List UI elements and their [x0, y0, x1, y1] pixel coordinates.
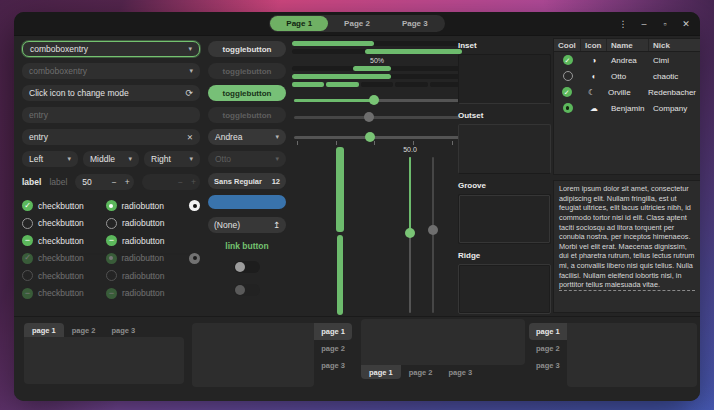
radio-mixed[interactable]: − — [106, 235, 117, 246]
frame-label: Inset — [458, 41, 551, 50]
tab-page-3[interactable]: page 3 — [314, 357, 352, 374]
radio-unselected-disabled — [106, 270, 117, 281]
column-header-cool[interactable]: Cool — [554, 39, 581, 51]
notebook-tabs-bottom: page 1 page 2 page 3 — [361, 319, 525, 379]
table-row[interactable]: ✓ ☾ Orville Redenbacher — [554, 84, 700, 100]
levelbar-segment — [292, 82, 324, 87]
tab-page-3[interactable]: Page 3 — [386, 16, 444, 31]
weather-icon: ◐ — [581, 72, 607, 81]
scale-handle — [364, 112, 374, 122]
switch-off[interactable] — [234, 261, 260, 273]
togglebutton[interactable]: togglebutton — [208, 41, 286, 57]
checkbutton-label: checkbutton — [38, 218, 84, 228]
tab-bar: page 1 page 2 page 3 — [314, 323, 352, 387]
checkbox-checked[interactable]: ✓ — [563, 55, 573, 65]
check-radio-row: checkbutton radiobutton — [22, 217, 200, 230]
scale-handle[interactable] — [369, 95, 379, 105]
radio-selected-disabled — [106, 253, 117, 264]
color-button[interactable] — [208, 195, 286, 209]
mode-entry[interactable]: Click icon to change mode ⟳ — [22, 85, 200, 101]
tab-page-3[interactable]: page 3 — [441, 365, 481, 379]
entry-clearable-field[interactable]: entry ✕ — [22, 129, 200, 145]
spin-plus-button[interactable]: + — [121, 177, 134, 187]
entries-column: comboboxentry ▾ comboboxentry ▾ Click ic… — [22, 41, 200, 304]
radio-unselected[interactable] — [563, 71, 573, 81]
spinbutton[interactable]: 50 − + — [75, 174, 133, 190]
check-radio-row-disabled: ✓checkbutton radiobutton — [22, 252, 200, 265]
checkbutton-label: checkbutton — [38, 201, 84, 211]
textview[interactable]: Lorem ipsum dolor sit amet, consectetur … — [553, 180, 700, 313]
close-icon[interactable]: ✕ — [681, 19, 691, 29]
radio-selected[interactable] — [563, 103, 573, 113]
minimize-icon[interactable]: – — [639, 19, 649, 29]
refresh-icon[interactable]: ⟳ — [185, 88, 193, 98]
comboboxentry-value: comboboxentry — [30, 44, 88, 54]
column-header-icon[interactable]: Icon — [581, 39, 607, 51]
font-button[interactable]: Sans Regular 12 — [208, 173, 286, 189]
progressbar-vertical — [336, 147, 344, 232]
cell-nick: Cimi — [649, 56, 700, 65]
maximize-icon[interactable]: ▫ — [660, 19, 670, 29]
tab-page-1[interactable]: page 1 — [314, 323, 352, 340]
name-combobox[interactable]: Andrea ▾ — [208, 129, 286, 145]
scale-horizontal[interactable] — [292, 94, 462, 106]
frame-border — [458, 194, 551, 244]
scale-handle[interactable] — [365, 132, 375, 142]
checkbox-checked[interactable]: ✓ — [562, 87, 572, 97]
tab-page-1[interactable]: page 1 — [361, 365, 401, 379]
check-radio-row-disabled: −checkbutton −radiobutton — [22, 287, 200, 300]
combo-right[interactable]: Right ▾ — [144, 151, 200, 167]
scale-with-marks[interactable] — [292, 131, 462, 143]
name-combobox-value: Andrea — [215, 132, 242, 142]
frame-groove: Groove — [458, 181, 551, 244]
tab-page-2[interactable]: page 2 — [314, 340, 352, 357]
vscale-value-label: 50.0 — [392, 146, 428, 153]
togglebutton-active-disabled: togglebutton — [208, 107, 286, 123]
tab-page-2[interactable]: Page 2 — [328, 16, 386, 31]
clear-icon[interactable]: ✕ — [187, 133, 193, 142]
app-window: Page 1 Page 2 Page 3 ⋮ – ▫ ✕ comboboxent… — [14, 12, 700, 401]
tab-page-2[interactable]: page 2 — [529, 340, 567, 357]
menu-icon[interactable]: ⋮ — [618, 19, 628, 29]
radio-indicator[interactable] — [189, 200, 200, 211]
tab-page-1[interactable]: Page 1 — [270, 16, 328, 31]
textview-content: Lorem ipsum dolor sit amet, consectetur … — [559, 184, 694, 289]
table-row[interactable]: ☁ Benjamin Company — [554, 100, 700, 116]
checkbox-checked[interactable]: ✓ — [22, 200, 33, 211]
scale-horizontal-disabled — [292, 111, 462, 123]
chevron-down-icon[interactable]: ▾ — [188, 45, 192, 53]
spin-minus-button[interactable]: − — [108, 177, 121, 187]
tab-page-2[interactable]: page 2 — [64, 323, 104, 337]
checkbox-unchecked[interactable] — [22, 218, 33, 229]
comboboxentry[interactable]: comboboxentry ▾ — [22, 41, 200, 57]
column-header-name[interactable]: Name — [607, 39, 649, 51]
entry-placeholder-field[interactable]: entry — [22, 107, 200, 123]
scale-handle[interactable] — [405, 228, 415, 238]
tab-page-3[interactable]: page 3 — [104, 323, 144, 337]
scale-mark — [452, 141, 453, 145]
combo-middle[interactable]: Middle ▾ — [83, 151, 139, 167]
file-chooser-button[interactable]: (None) ↥ — [208, 217, 286, 233]
buttons-column: togglebutton togglebutton togglebutton t… — [208, 41, 286, 307]
frame-label: Outset — [458, 111, 551, 120]
combo-left[interactable]: Left ▾ — [22, 151, 78, 167]
tab-bar: page 1 page 2 page 3 — [529, 323, 567, 387]
link-button[interactable]: link button — [208, 241, 286, 251]
radio-unselected[interactable] — [106, 218, 117, 229]
table-row[interactable]: ✓ ◑ Andrea Cimi — [554, 52, 700, 68]
tab-page-3[interactable]: page 3 — [529, 357, 567, 374]
togglebutton-active[interactable]: togglebutton — [208, 85, 286, 101]
radio-selected[interactable] — [106, 200, 117, 211]
column-header-nick[interactable]: Nick — [649, 39, 700, 51]
table-row[interactable]: ◐ Otto chaotic — [554, 68, 700, 84]
treeview: Cool Icon Name Nick ✓ ◑ Andrea Cimi ◐ Ot… — [553, 38, 700, 175]
tab-page-2[interactable]: page 2 — [401, 365, 441, 379]
notebook-content — [24, 337, 184, 384]
checkbox-mixed[interactable]: − — [22, 235, 33, 246]
scale-vertical[interactable] — [405, 157, 415, 313]
label-disabled: label — [49, 177, 67, 187]
tab-page-1[interactable]: page 1 — [529, 323, 567, 340]
vertical-widgets: 50.0 — [292, 147, 462, 319]
spin-plus-button: + — [187, 177, 200, 187]
tab-page-1[interactable]: page 1 — [24, 323, 64, 337]
